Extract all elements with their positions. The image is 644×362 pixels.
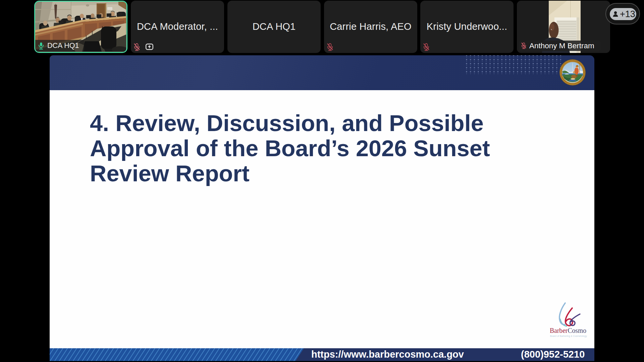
svg-text:Board of Barbering & Cosmetolo: Board of Barbering & Cosmetology [550, 335, 587, 338]
svg-text:BarberCosmo: BarberCosmo [550, 326, 586, 335]
